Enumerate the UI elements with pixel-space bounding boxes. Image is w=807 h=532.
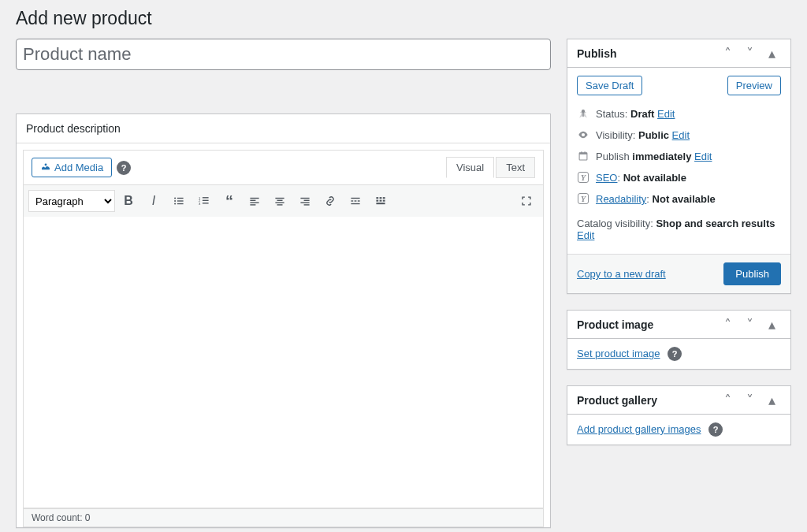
svg-rect-12 xyxy=(203,203,209,203)
svg-rect-21 xyxy=(300,198,309,199)
toggle-panel-button[interactable]: ▴ xyxy=(762,44,781,63)
product-name-input[interactable] xyxy=(16,39,551,70)
svg-point-1 xyxy=(174,197,176,199)
tab-text[interactable]: Text xyxy=(496,157,535,178)
bold-icon[interactable]: B xyxy=(117,189,140,213)
fullscreen-icon[interactable] xyxy=(515,189,538,213)
yoast-readability-icon: Y xyxy=(577,193,589,204)
svg-rect-42 xyxy=(584,151,585,153)
link-icon[interactable] xyxy=(318,189,342,213)
svg-rect-22 xyxy=(304,200,310,201)
svg-rect-20 xyxy=(277,204,283,205)
svg-rect-14 xyxy=(250,200,255,201)
product-image-box: Product image ˄ ˅ ▴ Set product image ? xyxy=(567,310,791,370)
edit-schedule-link[interactable]: Edit xyxy=(694,151,712,162)
svg-rect-6 xyxy=(177,203,184,204)
svg-rect-41 xyxy=(581,151,582,153)
add-media-button[interactable]: Add Media xyxy=(32,158,112,177)
svg-rect-34 xyxy=(380,200,382,202)
svg-rect-18 xyxy=(277,200,283,201)
svg-rect-17 xyxy=(275,198,284,199)
blockquote-icon[interactable]: “ xyxy=(218,189,241,213)
bullet-list-icon[interactable] xyxy=(167,189,191,213)
publish-button[interactable]: Publish xyxy=(723,262,781,285)
help-icon[interactable]: ? xyxy=(117,161,131,175)
editor-toolbar: Paragraph B I 123 “ xyxy=(23,184,544,217)
product-description-box: Product description Add Media ? xyxy=(16,113,551,528)
format-select[interactable]: Paragraph xyxy=(28,190,115,212)
svg-rect-24 xyxy=(304,204,310,205)
svg-rect-33 xyxy=(376,200,378,202)
svg-rect-13 xyxy=(250,198,258,199)
word-count: Word count: 0 xyxy=(23,508,544,527)
set-product-image-link[interactable]: Set product image xyxy=(577,348,660,359)
toolbar-toggle-icon[interactable] xyxy=(369,189,392,213)
svg-rect-27 xyxy=(355,200,357,201)
publish-box: Publish ˄ ˅ ▴ Save Draft Preview Status:… xyxy=(567,39,791,294)
italic-icon[interactable]: I xyxy=(142,189,165,213)
align-left-icon[interactable] xyxy=(243,189,266,213)
svg-rect-10 xyxy=(203,200,209,201)
toggle-panel-button[interactable]: ▴ xyxy=(762,315,781,334)
preview-button[interactable]: Preview xyxy=(727,76,781,95)
svg-rect-36 xyxy=(376,203,385,204)
calendar-icon xyxy=(577,151,589,162)
svg-point-3 xyxy=(174,200,176,202)
svg-rect-19 xyxy=(275,202,284,203)
svg-rect-15 xyxy=(250,202,258,203)
svg-rect-38 xyxy=(582,113,583,117)
insert-more-icon[interactable] xyxy=(344,189,367,213)
svg-point-5 xyxy=(174,203,176,204)
move-down-button[interactable]: ˅ xyxy=(740,44,759,63)
page-title: Add new product xyxy=(16,8,791,29)
edit-visibility-link[interactable]: Edit xyxy=(672,129,690,141)
svg-rect-16 xyxy=(250,204,255,205)
svg-point-0 xyxy=(45,164,47,166)
toggle-panel-button[interactable]: ▴ xyxy=(762,391,781,410)
svg-rect-40 xyxy=(579,153,587,154)
description-heading: Product description xyxy=(26,122,550,135)
product-gallery-box: Product gallery ˄ ˅ ▴ Add product galler… xyxy=(567,385,791,445)
move-down-button[interactable]: ˅ xyxy=(740,315,759,334)
svg-rect-35 xyxy=(383,200,385,202)
svg-rect-28 xyxy=(358,200,360,201)
copy-draft-link[interactable]: Copy to a new draft xyxy=(577,268,666,280)
tab-visual[interactable]: Visual xyxy=(446,157,494,178)
product-image-title: Product image xyxy=(577,318,653,331)
svg-rect-26 xyxy=(351,200,353,201)
svg-rect-2 xyxy=(177,198,184,199)
edit-catalog-link[interactable]: Edit xyxy=(577,229,594,241)
readability-link[interactable]: Readability xyxy=(596,193,646,205)
svg-rect-25 xyxy=(351,198,359,199)
move-up-button[interactable]: ˄ xyxy=(718,44,737,63)
yoast-seo-icon: Y xyxy=(577,172,589,183)
pin-icon xyxy=(577,108,589,119)
svg-rect-30 xyxy=(376,197,378,199)
svg-rect-31 xyxy=(380,197,382,199)
edit-status-link[interactable]: Edit xyxy=(657,108,675,120)
move-up-button[interactable]: ˄ xyxy=(718,315,737,334)
add-gallery-images-link[interactable]: Add product gallery images xyxy=(577,423,701,435)
publish-title: Publish xyxy=(577,47,617,60)
move-down-button[interactable]: ˅ xyxy=(740,391,759,410)
eye-icon xyxy=(577,129,589,140)
svg-rect-4 xyxy=(177,200,184,201)
help-icon[interactable]: ? xyxy=(668,347,682,361)
svg-rect-8 xyxy=(203,197,209,198)
media-icon xyxy=(40,161,51,174)
align-center-icon[interactable] xyxy=(268,189,292,213)
numbered-list-icon[interactable]: 123 xyxy=(192,189,216,213)
help-icon[interactable]: ? xyxy=(708,422,723,437)
seo-link[interactable]: SEO xyxy=(596,172,617,184)
svg-rect-29 xyxy=(351,203,359,204)
align-right-icon[interactable] xyxy=(293,189,317,213)
editor-textarea[interactable] xyxy=(23,217,544,508)
svg-rect-32 xyxy=(383,197,385,199)
product-gallery-title: Product gallery xyxy=(577,394,657,407)
svg-text:3: 3 xyxy=(199,202,201,206)
move-up-button[interactable]: ˄ xyxy=(718,391,737,410)
svg-rect-23 xyxy=(300,202,309,203)
save-draft-button[interactable]: Save Draft xyxy=(577,76,642,95)
